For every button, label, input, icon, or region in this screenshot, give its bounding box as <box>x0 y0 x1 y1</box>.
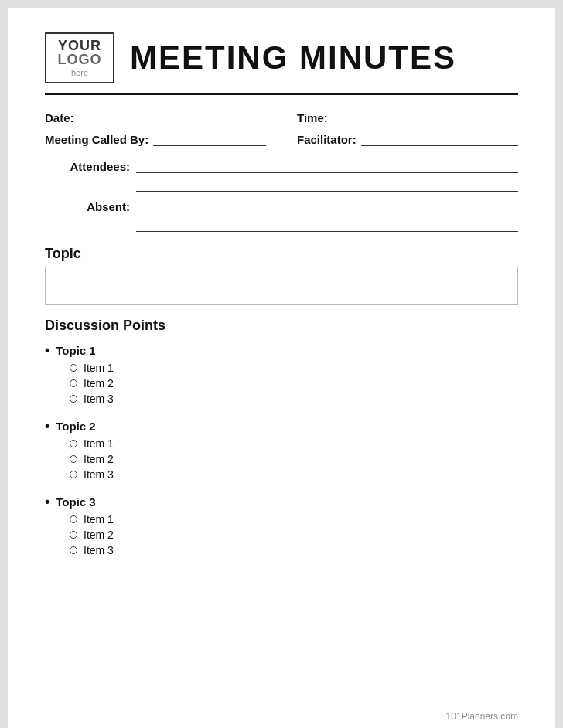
list-item-text: Item 1 <box>84 513 114 526</box>
list-item: Item 2 <box>70 453 518 465</box>
page-title: MEETING MINUTES <box>130 39 456 77</box>
form-section: Date: Time: Meeting Called By: Facilitat… <box>45 111 518 232</box>
list-item-text: Item 2 <box>84 453 114 465</box>
topic-bullet-dot-1: • <box>45 343 49 357</box>
discussion-section: Discussion Points •Topic 1Item 1Item 2It… <box>45 318 518 556</box>
topic-items-1: Item 1Item 2Item 3 <box>70 362 518 405</box>
circle-bullet-icon <box>70 364 77 372</box>
circle-bullet-icon <box>70 546 77 554</box>
date-time-row: Date: Time: <box>45 111 518 124</box>
footer-text: 101Planners.com <box>446 711 518 722</box>
list-item: Item 3 <box>70 468 518 481</box>
meeting-called-by-second-line <box>45 151 266 151</box>
attendees-block: Attendees: <box>45 159 518 192</box>
list-item: Item 3 <box>70 544 518 556</box>
absent-block: Absent: <box>45 199 518 232</box>
meeting-called-by-input[interactable] <box>153 132 266 146</box>
absent-second-line <box>136 218 518 232</box>
facilitator-second-line <box>297 151 518 151</box>
header: YOUR LOGO here MEETING MINUTES <box>45 32 518 83</box>
circle-bullet-icon <box>70 531 77 539</box>
topic-label-2: Topic 2 <box>56 420 95 433</box>
absent-label: Absent: <box>45 200 130 213</box>
list-item: Item 3 <box>70 393 518 405</box>
list-item-text: Item 1 <box>84 362 114 374</box>
logo-logo-text: LOGO <box>58 53 102 66</box>
topic-section-title: Topic <box>45 246 518 262</box>
topic-bullet-3: •Topic 3 <box>45 495 518 509</box>
attendees-label: Attendees: <box>45 160 130 173</box>
circle-bullet-icon <box>70 440 77 447</box>
absent-input[interactable] <box>136 199 518 213</box>
topic-section: Topic <box>45 246 518 305</box>
time-field: Time: <box>297 111 518 124</box>
list-item-text: Item 3 <box>84 468 114 481</box>
circle-bullet-icon <box>70 471 77 478</box>
attendees-row: Attendees: <box>45 159 518 173</box>
meeting-facilitator-row: Meeting Called By: Facilitator: <box>45 132 518 151</box>
absent-row: Absent: <box>45 199 518 213</box>
topic-group-1: •Topic 1Item 1Item 2Item 3 <box>45 343 518 405</box>
date-input[interactable] <box>79 111 266 124</box>
topic-group-2: •Topic 2Item 1Item 2Item 3 <box>45 419 518 481</box>
list-item-text: Item 3 <box>84 544 114 556</box>
header-divider <box>45 93 518 95</box>
logo-here-text: here <box>71 68 88 77</box>
meeting-called-by-field: Meeting Called By: <box>45 132 266 146</box>
circle-bullet-icon <box>70 515 77 523</box>
discussion-topics: •Topic 1Item 1Item 2Item 3•Topic 2Item 1… <box>45 343 518 556</box>
topic-label-1: Topic 1 <box>56 344 95 357</box>
list-item-text: Item 1 <box>84 437 114 450</box>
list-item: Item 1 <box>70 437 518 450</box>
circle-bullet-icon <box>70 455 77 463</box>
list-item-text: Item 2 <box>84 529 114 541</box>
topic-items-3: Item 1Item 2Item 3 <box>70 513 518 556</box>
logo-box: YOUR LOGO here <box>45 32 114 83</box>
topic-bullet-2: •Topic 2 <box>45 419 518 433</box>
list-item: Item 1 <box>70 362 518 374</box>
attendees-second-line <box>136 178 518 192</box>
list-item-text: Item 2 <box>84 377 114 390</box>
facilitator-input[interactable] <box>361 132 518 146</box>
topic-bullet-dot-2: • <box>45 419 49 433</box>
date-field: Date: <box>45 111 266 124</box>
meeting-called-by-block: Meeting Called By: <box>45 132 266 151</box>
list-item: Item 2 <box>70 377 518 390</box>
topic-label-3: Topic 3 <box>56 495 95 509</box>
discussion-title: Discussion Points <box>45 318 518 334</box>
footer: 101Planners.com <box>446 711 518 722</box>
time-label: Time: <box>297 111 328 124</box>
topic-bullet-dot-3: • <box>45 495 49 509</box>
meeting-called-by-label: Meeting Called By: <box>45 133 148 146</box>
attendees-input[interactable] <box>136 159 518 173</box>
circle-bullet-icon <box>70 379 77 387</box>
topic-bullet-1: •Topic 1 <box>45 343 518 357</box>
topic-items-2: Item 1Item 2Item 3 <box>70 437 518 481</box>
time-input[interactable] <box>333 111 518 124</box>
list-item: Item 2 <box>70 529 518 541</box>
list-item: Item 1 <box>70 513 518 526</box>
topic-group-3: •Topic 3Item 1Item 2Item 3 <box>45 495 518 556</box>
page: YOUR LOGO here MEETING MINUTES Date: Tim… <box>8 8 555 728</box>
list-item-text: Item 3 <box>84 393 114 405</box>
facilitator-block: Facilitator: <box>297 132 518 151</box>
facilitator-field: Facilitator: <box>297 132 518 146</box>
topic-box[interactable] <box>45 267 518 305</box>
logo-your-text: YOUR <box>58 39 101 53</box>
facilitator-label: Facilitator: <box>297 133 357 146</box>
date-label: Date: <box>45 111 74 124</box>
circle-bullet-icon <box>70 395 77 403</box>
